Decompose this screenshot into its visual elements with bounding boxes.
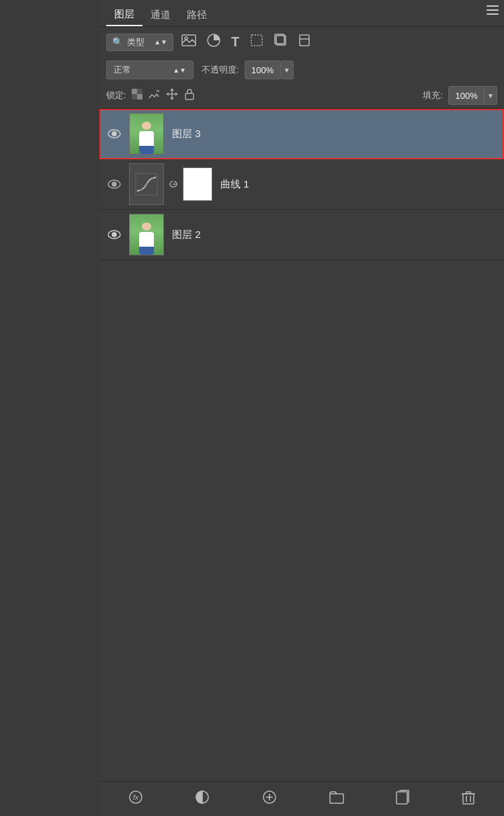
filter-shape-icon[interactable] [247, 32, 266, 52]
new-layer-button[interactable] [390, 787, 415, 811]
layer-item-layer2[interactable]: 图层 2 [99, 210, 504, 260]
blend-row: 正常 ▲▼ 不透明度: 100% ▼ [99, 57, 504, 83]
new-fill-layer-button[interactable] [257, 787, 282, 811]
person-head-2 [142, 222, 151, 231]
layer3-name: 图层 3 [172, 128, 201, 140]
visibility-icon-curves1[interactable] [105, 179, 124, 189]
lock-transparent-icon[interactable] [132, 89, 142, 102]
svg-rect-2 [487, 13, 499, 15]
curves1-name: 曲线 1 [220, 178, 249, 191]
svg-line-23 [137, 175, 156, 194]
svg-rect-33 [330, 794, 343, 803]
search-icon: 🔍 [112, 37, 123, 47]
tab-channels[interactable]: 通道 [142, 6, 179, 26]
svg-point-26 [112, 233, 116, 237]
person-figure-2 [135, 222, 159, 255]
opacity-value[interactable]: 100% [245, 60, 281, 79]
layer-thumb-curves-icon [129, 163, 164, 205]
lock-position-icon[interactable] [165, 87, 179, 104]
layer-thumb-layer3 [129, 113, 164, 155]
type-label: 类型 [127, 36, 144, 48]
svg-point-21 [112, 182, 116, 186]
svg-rect-12 [137, 89, 142, 94]
svg-point-4 [185, 37, 187, 40]
svg-rect-9 [300, 35, 309, 46]
fill-value[interactable]: 100% [448, 86, 485, 105]
tab-layers[interactable]: 图层 [106, 5, 142, 26]
lock-all-icon[interactable] [184, 88, 195, 103]
svg-point-19 [112, 132, 116, 136]
opacity-group: 100% ▼ [245, 60, 294, 79]
panel-menu-icon[interactable] [487, 5, 499, 17]
filter-row: 🔍 类型 ▲▼ T [99, 27, 504, 57]
opacity-dropdown[interactable]: ▼ [281, 60, 294, 79]
add-style-button[interactable]: fx [123, 787, 149, 811]
filter-adjustment-icon[interactable] [204, 32, 223, 52]
blend-mode-value: 正常 [114, 64, 131, 76]
svg-rect-0 [487, 5, 499, 7]
layer-thumb-layer2 [129, 214, 164, 255]
delete-layer-button[interactable] [456, 787, 480, 811]
svg-rect-11 [132, 89, 137, 94]
left-sidebar [0, 0, 99, 816]
person-figure [135, 122, 159, 154]
person-legs [139, 146, 154, 154]
filter-image-icon[interactable] [179, 32, 199, 52]
filter-text-icon[interactable]: T [228, 33, 242, 51]
lock-row: 锁定: [99, 83, 504, 109]
svg-rect-17 [185, 93, 194, 99]
layer-thumb-curves-mask [183, 167, 212, 201]
svg-rect-35 [463, 794, 474, 804]
filter-smartobject-icon[interactable] [271, 32, 290, 52]
svg-rect-6 [251, 35, 262, 46]
type-select-arrow: ▲▼ [154, 38, 167, 46]
fill-dropdown[interactable]: ▼ [485, 86, 497, 105]
person-legs-2 [139, 247, 154, 255]
svg-rect-13 [132, 94, 137, 99]
opacity-label: 不透明度: [202, 64, 239, 76]
tab-paths[interactable]: 路径 [179, 6, 215, 26]
layer-link-icon-curves1[interactable] [169, 177, 180, 192]
visibility-icon-layer3[interactable] [105, 129, 124, 138]
svg-rect-14 [137, 94, 142, 99]
person-body-2 [139, 232, 154, 246]
fill-label: 填充: [423, 89, 443, 101]
layer-item-curves1[interactable]: 曲线 1 [99, 159, 504, 210]
layer2-thumbnail [130, 214, 163, 255]
svg-text:fx: fx [133, 793, 139, 801]
svg-rect-1 [487, 9, 499, 11]
blend-mode-arrow: ▲▼ [173, 67, 186, 74]
person-head [142, 122, 151, 130]
layers-list: 图层 3 [99, 109, 504, 781]
visibility-icon-layer2[interactable] [105, 230, 124, 239]
new-group-button[interactable] [324, 788, 349, 810]
lock-image-icon[interactable] [148, 89, 160, 102]
tabs-row: 图层 通道 路径 [99, 0, 504, 27]
layer2-name: 图层 2 [172, 229, 201, 241]
person-body [139, 131, 154, 145]
layer3-thumbnail [130, 114, 163, 154]
svg-rect-34 [396, 792, 407, 804]
blend-mode-select[interactable]: 正常 ▲▼ [106, 60, 194, 79]
fill-group: 100% ▼ [448, 86, 497, 105]
bottom-toolbar: fx [99, 781, 504, 816]
type-select[interactable]: 🔍 类型 ▲▼ [106, 34, 173, 51]
lock-label: 锁定: [106, 89, 126, 101]
filter-square-icon[interactable] [296, 32, 313, 52]
layer-item-layer3[interactable]: 图层 3 [99, 109, 504, 159]
layers-panel: 图层 通道 路径 🔍 类型 ▲▼ [99, 0, 504, 816]
add-mask-button[interactable] [190, 787, 215, 811]
